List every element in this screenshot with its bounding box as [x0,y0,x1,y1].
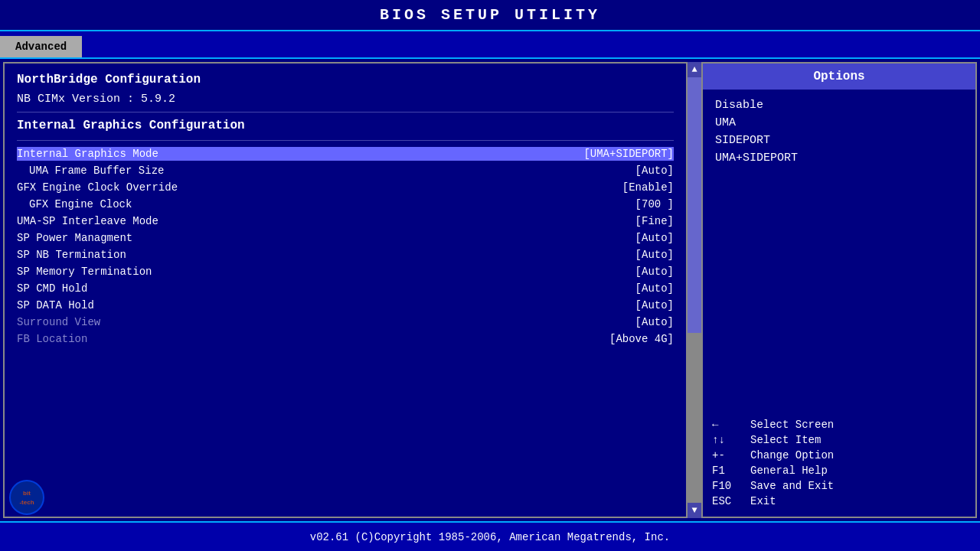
config-label: SP DATA Hold [17,299,94,311]
section-title: NorthBridge Configuration [17,73,674,86]
option-item[interactable]: Disable [715,99,963,112]
config-item[interactable]: SP Power Managment[Auto] [17,231,674,245]
key-desc: Change Option [750,449,834,461]
config-value: [Enable] [622,181,674,194]
keybind-item: ESCExit [712,495,966,507]
key-desc: Select Screen [750,419,834,431]
option-item[interactable]: UMA [715,116,963,129]
keybind-item: F10Save and Exit [712,480,966,492]
config-label: SP CMD Hold [17,282,87,295]
config-items-list: Internal Graphics Mode[UMA+SIDEPORT]UMA … [17,147,674,346]
keybind-item: ↑↓Select Item [712,434,966,446]
config-value: [Auto] [635,165,674,177]
config-item[interactable]: SP Memory Termination[Auto] [17,265,674,279]
config-item[interactable]: GFX Engine Clock[700 ] [17,197,674,211]
bottom-bar: v02.61 (C)Copyright 1985-2006, American … [0,521,980,551]
scroll-thumb [688,77,701,333]
config-label: UMA-SP Interleave Mode [17,215,158,227]
config-label: GFX Engine Clock [29,198,132,210]
right-panel: Options DisableUMASIDEPORTUMA+SIDEPORT ←… [701,62,977,518]
watermark: bit -tech [8,478,46,517]
svg-text:bit: bit [23,490,31,497]
title-bar: BIOS SETUP UTILITY [0,0,980,31]
config-label: UMA Frame Buffer Size [29,165,164,177]
tab-advanced[interactable]: Advanced [0,36,82,57]
config-value: [Auto] [635,282,674,295]
main-content: NorthBridge Configuration NB CIMx Versio… [0,59,980,521]
config-value: [700 ] [635,198,674,210]
config-item[interactable]: SP DATA Hold[Auto] [17,298,674,312]
left-panel: NorthBridge Configuration NB CIMx Versio… [3,62,688,518]
config-label: GFX Engine Clock Override [17,181,178,194]
subsection-title: Internal Graphics Configuration [17,119,674,132]
config-label: SP NB Termination [17,249,126,261]
key-desc: Exit [750,495,776,507]
keybind-section: ←Select Screen↑↓Select Item+-Change Opti… [703,412,975,517]
config-value: [UMA+SIDEPORT] [583,148,674,160]
config-item[interactable]: UMA-SP Interleave Mode[Fine] [17,214,674,228]
options-list: DisableUMASIDEPORTUMA+SIDEPORT [703,90,975,412]
footer-text: v02.61 (C)Copyright 1985-2006, American … [310,531,670,543]
keybind-item: +-Change Option [712,449,966,461]
config-label: Surround View [17,316,100,328]
divider-2 [17,140,674,141]
config-label: SP Power Managment [17,232,132,244]
key-desc: Select Item [750,434,821,446]
bios-title: BIOS SETUP UTILITY [380,6,600,24]
config-value: [Auto] [635,299,674,311]
config-label: SP Memory Termination [17,266,152,278]
config-item[interactable]: SP CMD Hold[Auto] [17,282,674,295]
config-item[interactable]: Surround View[Auto] [17,315,674,329]
scroll-track [688,77,701,503]
config-value: [Auto] [635,232,674,244]
config-value: [Fine] [635,215,674,227]
key-label: +- [712,449,750,461]
key-desc: Save and Exit [750,480,834,492]
scroll-up-arrow[interactable]: ▲ [691,62,697,77]
keybind-item: F1General Help [712,465,966,477]
key-label: ESC [712,495,750,507]
config-value: [Auto] [635,249,674,261]
svg-point-0 [10,481,44,514]
key-desc: General Help [750,465,828,477]
option-item[interactable]: UMA+SIDEPORT [715,152,963,165]
key-label: F10 [712,480,750,492]
key-label: ← [712,419,750,431]
config-item[interactable]: SP NB Termination[Auto] [17,248,674,262]
divider-1 [17,112,674,112]
config-label: FB Location [17,333,87,345]
config-item[interactable]: GFX Engine Clock Override[Enable] [17,181,674,194]
scroll-down-arrow[interactable]: ▼ [691,503,697,518]
key-label: ↑↓ [712,434,750,446]
key-label: F1 [712,465,750,477]
option-item[interactable]: SIDEPORT [715,134,963,147]
config-item[interactable]: Internal Graphics Mode[UMA+SIDEPORT] [17,147,674,161]
config-label: Internal Graphics Mode [17,148,158,160]
options-header: Options [703,64,975,90]
config-item[interactable]: UMA Frame Buffer Size[Auto] [17,164,674,178]
scroll-thumb-bottom [688,333,701,503]
config-value: [Above 4G] [609,333,674,345]
keybind-item: ←Select Screen [712,419,966,431]
nav-bar: Advanced [0,31,980,59]
scrollbar[interactable]: ▲ ▼ [688,62,701,518]
svg-text:-tech: -tech [19,499,34,506]
config-value: [Auto] [635,316,674,328]
version-text: NB CIMx Version : 5.9.2 [17,93,674,106]
config-item[interactable]: FB Location[Above 4G] [17,332,674,346]
config-value: [Auto] [635,266,674,278]
